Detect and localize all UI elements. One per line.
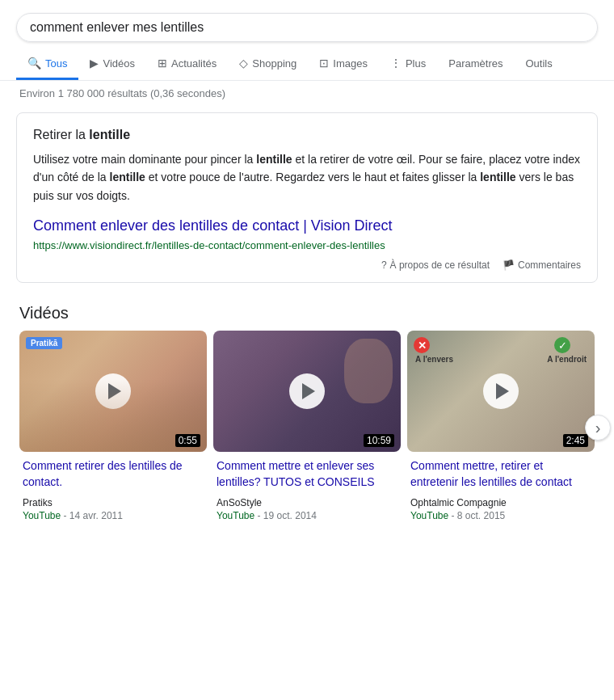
tab-shopping[interactable]: ◇ Shopping (228, 48, 308, 80)
video-source-2: YouTube - 19 oct. 2014 (217, 510, 397, 521)
video-source-3: YouTube - 8 oct. 2015 (410, 510, 591, 521)
images-tab-icon: ⊡ (319, 57, 329, 70)
tab-actualites[interactable]: ⊞ Actualités (146, 48, 228, 80)
video-thumbnail-2[interactable]: 10:59 (213, 331, 401, 452)
video-duration-2: 10:59 (364, 434, 394, 447)
thumb-badge-red: ✕ (414, 337, 430, 353)
snippet-title-bold: lentille (89, 128, 130, 141)
video-date-3: - 8 oct. 2015 (452, 510, 506, 521)
tab-plus[interactable]: ⋮ Plus (379, 48, 437, 80)
video-date-1: - 14 avr. 2011 (64, 510, 123, 521)
tab-tous[interactable]: 🔍 Tous (16, 48, 78, 80)
video-channel-1: Pratiks (23, 497, 204, 508)
nav-tabs: 🔍 Tous ▶ Vidéos ⊞ Actualités ◇ Shopping … (0, 42, 614, 81)
news-tab-icon: ⊞ (158, 57, 167, 70)
snippet-result-link[interactable]: Comment enlever des lentilles de contact… (33, 216, 581, 236)
tab-videos-label: Vidéos (103, 57, 135, 70)
question-icon: ? (381, 259, 387, 271)
videos-row: Pratikā 0:55 Comment retirer des lentill… (0, 331, 614, 524)
youtube-label-3: YouTube (410, 510, 448, 521)
snippet-footer: ? À propos de ce résultat 🏴 Commentaires (33, 259, 581, 271)
video-thumbnail-3[interactable]: A l'envers A l'endroit ✕ ✓ 2:45 (407, 331, 595, 452)
search-input-wrapper[interactable]: comment enlever mes lentilles (16, 13, 598, 42)
videos-next-arrow[interactable] (585, 415, 611, 441)
snippet-title: Retirer la lentille (33, 128, 581, 142)
video-source-1: YouTube - 14 avr. 2011 (23, 510, 204, 521)
thumb-badge-green: ✓ (554, 337, 570, 353)
video-info-2: Comment mettre et enlever ses lentilles?… (213, 452, 401, 524)
video-title-3[interactable]: Comment mettre, retirer et entretenir le… (410, 458, 591, 490)
comments-icon: 🏴 (503, 259, 515, 271)
tab-plus-label: Plus (406, 57, 426, 70)
tab-images[interactable]: ⊡ Images (308, 48, 379, 80)
about-result-link[interactable]: ? À propos de ce résultat (381, 259, 490, 271)
shopping-tab-icon: ◇ (239, 57, 248, 70)
more-tab-icon: ⋮ (390, 57, 402, 70)
video-title-2[interactable]: Comment mettre et enlever ses lentilles?… (217, 458, 397, 490)
video-info-1: Comment retirer des lentilles de contact… (19, 452, 207, 524)
search-bar-area: comment enlever mes lentilles (0, 0, 614, 42)
tab-outils-label: Outils (525, 57, 552, 70)
thumb-decoration-2 (344, 339, 393, 403)
video-thumbnail-1[interactable]: Pratikā 0:55 (19, 331, 207, 452)
video-title-1[interactable]: Comment retirer des lentilles de contact… (23, 458, 204, 490)
featured-snippet: Retirer la lentille Utilisez votre main … (16, 112, 598, 283)
snippet-result-url: https://www.visiondirect.fr/lentilles-de… (33, 239, 581, 251)
youtube-label-1: YouTube (23, 510, 61, 521)
snippet-text: Utilisez votre main dominante pour pince… (33, 150, 581, 205)
video-card-2: 10:59 Comment mettre et enlever ses lent… (213, 331, 401, 524)
snippet-title-prefix: Retirer la (33, 128, 89, 141)
tab-videos[interactable]: ▶ Vidéos (78, 48, 146, 80)
video-date-2: - 19 oct. 2014 (258, 510, 317, 521)
search-tab-icon: 🔍 (27, 57, 41, 70)
tab-shopping-label: Shopping (252, 57, 296, 70)
thumb-label-right: A l'endroit (547, 355, 587, 364)
tab-parametres-label: Paramètres (448, 57, 503, 70)
search-icons (576, 21, 584, 34)
tab-outils[interactable]: Outils (514, 49, 563, 80)
play-button-2[interactable] (289, 373, 325, 409)
tab-images-label: Images (333, 57, 368, 70)
tab-actualites-label: Actualités (171, 57, 217, 70)
video-badge-1: Pratikā (26, 337, 62, 349)
video-card-1: Pratikā 0:55 Comment retirer des lentill… (19, 331, 207, 524)
video-card-3: A l'envers A l'endroit ✕ ✓ 2:45 Comment … (407, 331, 595, 524)
result-count-text: Environ 1 780 000 résultats (0,36 second… (19, 87, 225, 99)
video-duration-3: 2:45 (563, 434, 588, 447)
tab-parametres[interactable]: Paramètres (437, 49, 514, 80)
result-count: Environ 1 780 000 résultats (0,36 second… (0, 81, 614, 106)
play-button-3[interactable] (483, 373, 519, 409)
comments-link[interactable]: 🏴 Commentaires (503, 259, 581, 271)
video-channel-3: Ophtalmic Compagnie (410, 497, 591, 508)
comments-label: Commentaires (518, 259, 581, 271)
youtube-label-2: YouTube (217, 510, 254, 521)
search-input[interactable]: comment enlever mes lentilles (30, 20, 576, 35)
tab-tous-label: Tous (45, 57, 67, 70)
video-duration-1: 0:55 (175, 434, 200, 447)
videos-section-title: Vidéos (0, 289, 614, 331)
video-info-3: Comment mettre, retirer et entretenir le… (407, 452, 595, 524)
video-channel-2: AnSoStyle (217, 497, 397, 508)
videos-tab-icon: ▶ (90, 57, 99, 70)
about-result-label: À propos de ce résultat (390, 259, 490, 271)
thumb-label-left: A l'envers (415, 355, 453, 364)
videos-title-text: Vidéos (19, 304, 69, 322)
